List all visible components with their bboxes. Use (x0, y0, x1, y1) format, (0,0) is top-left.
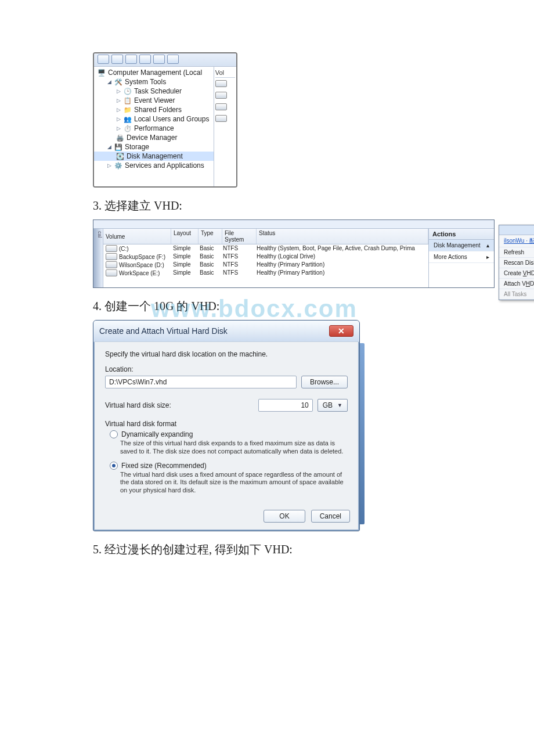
menu-create-vhd[interactable]: Create VHD (499, 268, 534, 279)
tree-label: Device Manager (127, 134, 177, 142)
tree-label: Storage (125, 143, 149, 151)
col-filesystem[interactable]: File System (222, 229, 257, 244)
toolbar-button[interactable] (167, 55, 179, 64)
tree-item-performance[interactable]: ▷ ⏱️ Performance (94, 124, 214, 133)
drive-icon (215, 115, 235, 123)
cell-layout: Simple (171, 253, 197, 260)
drive-icon (215, 92, 235, 100)
action-more-actions[interactable]: More Actions ▸ (429, 251, 494, 263)
cell-layout: Simple (171, 269, 197, 276)
radio-dynamic[interactable]: Dynamically expanding (110, 430, 348, 438)
menu-refresh[interactable]: Refresh (499, 247, 534, 258)
cancel-button[interactable]: Cancel (311, 510, 350, 523)
expand-icon[interactable]: ▷ (116, 98, 121, 103)
dialog-title: Create and Attach Virtual Hard Disk (99, 326, 228, 336)
location-input[interactable]: D:\VPCs\Win7.vhd (105, 376, 297, 388)
expand-icon[interactable]: ▷ (116, 107, 121, 113)
actions-title: Actions (429, 229, 494, 240)
tree-label: Performance (134, 124, 174, 132)
col-volume[interactable]: Volume (103, 229, 171, 244)
menu-user-link[interactable]: ilsonWu · 配置 · 短消息 (499, 235, 534, 247)
expand-icon[interactable]: ▷ (107, 163, 112, 168)
tree-label: Services and Applications (125, 161, 204, 170)
radio-fixed-desc: The virtual hard disk uses a fixed amoun… (120, 471, 348, 495)
drive-icon (215, 80, 235, 88)
size-input[interactable]: 10 (258, 399, 313, 412)
cell-fs: NTFS (221, 253, 254, 260)
drive-icon (215, 103, 235, 111)
cell-fs: NTFS (221, 245, 254, 252)
action-disk-management[interactable]: Disk Management ▴ (429, 240, 494, 251)
radio-label: Fixed size (Recommended) (121, 462, 207, 470)
tree-item-storage[interactable]: ◢ 💾 Storage (94, 142, 214, 152)
drive-icon (106, 269, 117, 276)
toolbar-button[interactable] (111, 55, 123, 64)
radio-dynamic-desc: The size of this virtual hard disk expan… (120, 440, 348, 456)
cell-type: Basic (197, 253, 221, 260)
tree-item-services[interactable]: ▷ ⚙️ Services and Applications (94, 161, 214, 170)
users-icon: 👥 (124, 115, 132, 123)
tree-item-disk-management[interactable]: 💽 Disk Management (94, 152, 214, 161)
disk-management-window: cal Volume Layout Type File System Statu… (93, 219, 495, 288)
tree-item-device-manager[interactable]: 🖨️ Device Manager (94, 133, 214, 142)
tree-label: Disk Management (127, 152, 183, 160)
table-row[interactable]: WilsonSpace (D:)SimpleBasicNTFSHealthy (… (103, 261, 428, 269)
cell-status: Healthy (System, Boot, Page File, Active… (254, 245, 428, 252)
table-row[interactable]: (C:)SimpleBasicNTFSHealthy (System, Boot… (103, 244, 428, 253)
tree-item-task-scheduler[interactable]: ▷ 🕒 Task Scheduler (94, 87, 214, 96)
drive-icon (106, 261, 117, 268)
toolbar-button[interactable] (125, 55, 137, 64)
expand-icon[interactable]: ▷ (116, 89, 121, 94)
col-type[interactable]: Type (199, 229, 222, 244)
expand-icon[interactable]: ▷ (116, 126, 121, 131)
toolbar-button[interactable] (98, 55, 109, 64)
tree-item-local-users[interactable]: ▷ 👥 Local Users and Groups (94, 114, 214, 124)
col-status[interactable]: Status (257, 229, 428, 244)
clock-icon: 🕒 (124, 87, 132, 95)
action-label: Disk Management (434, 242, 481, 249)
tree-root[interactable]: 🖥️ Computer Management (Local (94, 68, 214, 77)
size-label: Virtual hard disk size: (105, 401, 171, 409)
storage-icon: 💾 (114, 143, 122, 151)
disk-icon: 💽 (116, 152, 124, 160)
tree-label: System Tools (125, 78, 166, 86)
nav-tree: 🖥️ Computer Management (Local ◢ 🛠️ Syste… (94, 67, 214, 186)
tree-item-event-viewer[interactable]: ▷ 📋 Event Viewer (94, 96, 214, 105)
menu-rescan-disks[interactable]: Rescan Disks (499, 258, 534, 268)
toolbar (94, 53, 236, 67)
performance-icon: ⏱️ (124, 124, 132, 132)
cell-volume: BackupSpace (F:) (119, 254, 165, 260)
tree-item-shared-folders[interactable]: ▷ 📁 Shared Folders (94, 105, 214, 114)
expand-icon[interactable]: ◢ (107, 145, 112, 150)
column-header: Vol (215, 69, 235, 78)
cell-layout: Simple (171, 245, 197, 252)
ok-button[interactable]: OK (264, 510, 305, 523)
toolbar-button[interactable] (153, 55, 165, 64)
table-row[interactable]: WorkSpace (E:)SimpleBasicNTFSHealthy (Pr… (103, 269, 428, 277)
step-caption-4: 4. 创建一个 10G 的 VHD: (93, 298, 447, 314)
size-unit-dropdown[interactable]: GB ▼ (317, 399, 348, 412)
col-layout[interactable]: Layout (171, 229, 199, 244)
cell-status: Healthy (Primary Partition) (254, 269, 428, 276)
tab-label[interactable]: cal (97, 231, 103, 238)
menu-all-tasks[interactable]: All Tasks (499, 289, 534, 300)
cell-type: Basic (197, 245, 221, 252)
cell-type: Basic (197, 269, 221, 276)
menu-toolbar: ▾ (499, 225, 534, 235)
menu-attach-vhd[interactable]: Attach VHD (499, 279, 534, 289)
radio-fixed[interactable]: Fixed size (Recommended) (110, 462, 348, 470)
cell-fs: NTFS (221, 269, 254, 276)
close-button[interactable]: ✕ (329, 325, 353, 337)
cell-type: Basic (197, 261, 221, 268)
radio-label: Dynamically expanding (121, 430, 193, 438)
computer-management-tree-window: 🖥️ Computer Management (Local ◢ 🛠️ Syste… (93, 52, 237, 188)
cell-volume: WorkSpace (E:) (119, 270, 160, 276)
toolbar-button[interactable] (139, 55, 151, 64)
browse-button[interactable]: Browse... (301, 376, 348, 388)
expand-icon[interactable]: ◢ (107, 80, 112, 85)
table-row[interactable]: BackupSpace (F:)SimpleBasicNTFSHealthy (… (103, 253, 428, 261)
drive-icon (106, 245, 117, 252)
cell-fs: NTFS (221, 261, 254, 268)
expand-icon[interactable]: ▷ (116, 117, 121, 122)
tree-item-system-tools[interactable]: ◢ 🛠️ System Tools (94, 77, 214, 87)
